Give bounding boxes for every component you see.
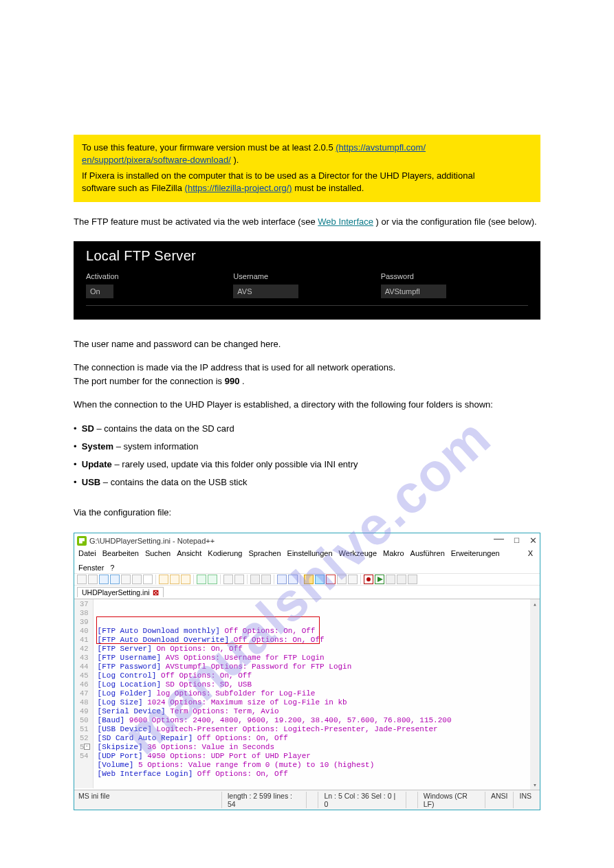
body-p2a: The connection is made via the IP addres… <box>74 362 395 372</box>
toolbar-sep <box>220 575 221 584</box>
secondary-close-button[interactable]: X <box>528 549 536 572</box>
status-ins: INS <box>513 792 537 808</box>
filezilla-link[interactable]: (https://filezilla-project.org/) <box>185 183 292 193</box>
toolbar-zoomin-icon[interactable] <box>250 575 260 584</box>
tab-close-icon[interactable]: ⊠ <box>153 588 159 597</box>
code-line[interactable]: [FTP Auto Download monthly] Off Options:… <box>98 627 537 636</box>
toolbar-close-icon[interactable] <box>121 575 131 584</box>
toolbar-replace-icon[interactable] <box>234 575 244 584</box>
code-line[interactable]: [Serial Device] Term Options: Term, Avio <box>98 707 537 716</box>
code-line[interactable]: [USB Device] Logitech-Presenter Options:… <box>98 725 537 734</box>
toolbar-undo-icon[interactable] <box>197 575 206 584</box>
code-line[interactable]: [FTP Server] On Options: On, Off <box>98 645 537 654</box>
code-line[interactable] <box>98 779 537 788</box>
status-filetype: MS ini file <box>77 792 221 808</box>
toolbar-save-icon[interactable] <box>99 575 109 584</box>
code-line[interactable]: [FTP Username] AVS Options: Username for… <box>98 654 537 663</box>
menu-fenster[interactable]: Fenster <box>78 564 104 572</box>
window-titlebar[interactable]: G:\UHDPlayerSetting.ini - Notepad++ — ☐ … <box>74 533 540 548</box>
download-link-1[interactable]: (https://avstumpfl.com/ <box>336 142 426 153</box>
folder-bullet: • System – system information <box>74 440 540 454</box>
code-line[interactable]: [Log Location] SD Options: SD, USB <box>98 680 537 689</box>
app-icon <box>77 536 87 546</box>
menu-erweiterungen[interactable]: Erweiterungen <box>451 549 500 557</box>
body-paragraphs: The user name and password can be change… <box>74 337 540 489</box>
toolbar-zoomout-icon[interactable] <box>261 575 271 584</box>
toolbar-redo-icon[interactable] <box>208 575 217 584</box>
port-number: 990 <box>225 376 240 386</box>
menu-?[interactable]: ? <box>110 564 114 572</box>
toolbar-sep <box>274 575 274 584</box>
download-link-2[interactable]: en/support/pixera/software-download/ <box>82 155 231 165</box>
toolbar-sep <box>247 575 248 584</box>
code-line[interactable]: [Skipsize] 36 Options: Value in Seconds <box>98 743 537 752</box>
activation-field[interactable]: On <box>86 285 113 298</box>
file-tab[interactable]: UHDPlayerSetting.ini ⊠ <box>77 587 164 597</box>
toolbar-folder-icon[interactable] <box>337 575 347 584</box>
menu-makro[interactable]: Makro <box>383 549 404 557</box>
menu-ansicht[interactable]: Ansicht <box>177 549 201 557</box>
toolbar-print-icon[interactable] <box>143 575 153 584</box>
scroll-up-icon[interactable]: ▴ <box>530 599 540 609</box>
menu-kodierung[interactable]: Kodierung <box>208 549 242 557</box>
toolbar-saveall-icon[interactable] <box>110 575 120 584</box>
username-field[interactable]: AVS <box>233 285 298 298</box>
toolbar-cut-icon[interactable] <box>159 575 168 584</box>
menu-bearbeiten[interactable]: Bearbeiten <box>102 549 139 557</box>
code-line[interactable]: [Log Folder] log Options: Subfolder for … <box>98 689 537 698</box>
toolbar-find-icon[interactable] <box>223 575 233 584</box>
maximize-button[interactable]: ☐ <box>514 537 520 544</box>
toolbar-doc-icon[interactable] <box>348 575 358 584</box>
menu-ausführen[interactable]: Ausführen <box>410 549 445 557</box>
code-line[interactable]: [Baud] 9600 Options: 2400, 4800, 9600, 1… <box>98 716 537 725</box>
toolbar-savemc-icon[interactable] <box>397 575 406 584</box>
editor-area[interactable]: 373839404142434445464748495051525354 [FT… <box>74 599 540 790</box>
toolbar-hl2-icon[interactable] <box>315 575 325 584</box>
menu-einstellungen[interactable]: Einstellungen <box>287 549 333 557</box>
toolbar-wrap-icon[interactable] <box>288 575 298 584</box>
status-position: Ln : 5 Col : 36 Sel : 0 | 0 <box>318 792 405 808</box>
info-note-box: To use this feature, your firmware versi… <box>74 135 540 202</box>
minimize-button[interactable]: — <box>494 535 504 541</box>
toolbar-hl1-icon[interactable] <box>304 575 314 584</box>
toolbar-copy-icon[interactable] <box>170 575 179 584</box>
toolbar-closeall-icon[interactable] <box>132 575 142 584</box>
code-line[interactable]: [Volume] 5 Options: Value range from 0 (… <box>98 761 537 770</box>
code-line[interactable]: [Log Control] Off Options: On, Off <box>98 671 537 680</box>
activation-label: Activation <box>86 272 233 280</box>
toolbar-more-icon[interactable] <box>408 575 417 584</box>
menu-werkzeuge[interactable]: Werkzeuge <box>339 549 377 557</box>
toolbar-paste-icon[interactable] <box>181 575 190 584</box>
menu-datei[interactable]: Datei <box>78 549 96 557</box>
password-label: Password <box>381 272 528 280</box>
username-label: Username <box>233 272 380 280</box>
toolbar-new-icon[interactable] <box>77 575 87 584</box>
fold-icon[interactable]: - <box>84 744 90 750</box>
toolbar-play2-icon[interactable] <box>386 575 395 584</box>
web-interface-link[interactable]: Web Interface <box>318 216 373 227</box>
code-line[interactable]: [Log Size] 1024 Options: Maximum size of… <box>98 698 537 707</box>
status-eol: Windows (CR LF) <box>417 792 485 808</box>
code-line[interactable]: [SD Card Auto Repair] Off Options: On, O… <box>98 734 537 743</box>
password-field[interactable]: AVStumpfl <box>381 285 446 298</box>
menu-sprachen[interactable]: Sprachen <box>248 549 281 557</box>
body-p2b-pre: The port number for the connection is <box>74 376 222 386</box>
code-line[interactable]: [FTP Password] AVStumpfl Options: Passwo… <box>98 663 537 671</box>
code-line[interactable]: [FTP Auto Download Overwrite] Off Option… <box>98 636 537 645</box>
toolbar-sync-icon[interactable] <box>277 575 287 584</box>
toolbar-func-icon[interactable] <box>326 575 336 584</box>
code-line[interactable]: [Web Interface Login] Off Options: On, O… <box>98 770 537 779</box>
toolbar-record-icon[interactable] <box>364 575 373 584</box>
toolbar-open-icon[interactable] <box>88 575 98 584</box>
panel-divider <box>86 305 528 306</box>
code-line[interactable]: [UDP Port] 4950 Options: UDP Port of UHD… <box>98 752 537 761</box>
note-post: ). <box>233 155 239 165</box>
menu-suchen[interactable]: Suchen <box>145 549 171 557</box>
vertical-scrollbar[interactable]: ▴ ▾ <box>530 599 540 790</box>
close-button[interactable]: ✕ <box>529 535 537 546</box>
toolbar-play-icon[interactable] <box>375 575 384 584</box>
code-content[interactable]: [FTP Auto Download monthly] Off Options:… <box>94 599 540 788</box>
scroll-down-icon[interactable]: ▾ <box>530 780 540 790</box>
status-bar: MS ini file length : 2 599 lines : 54 Ln… <box>74 790 540 810</box>
body-p3: When the connection to the UHD Player is… <box>74 398 540 412</box>
